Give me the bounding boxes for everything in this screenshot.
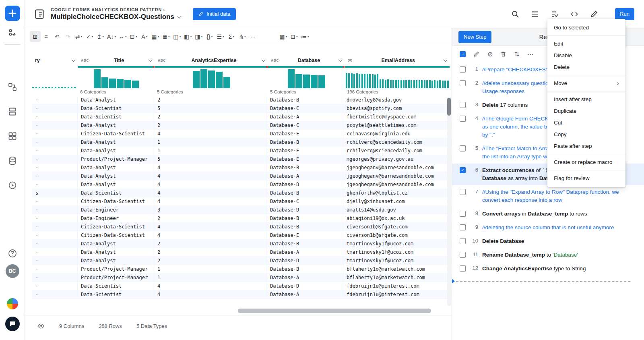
- column-histogram[interactable]: [268, 69, 345, 88]
- table-row[interactable]: ·Data·Analyst2Database·Dtmartinovsky1f@u…: [32, 257, 452, 265]
- cell-email[interactable]: civerson1b@sfgate.com: [343, 223, 448, 231]
- cell-expertise[interactable]: 2: [154, 240, 267, 248]
- cell-email[interactable]: rchilverq@sciencedaily.com: [343, 138, 448, 147]
- cell-email[interactable]: bflaherty1o@marketwatch.com: [343, 274, 448, 282]
- cell-expertise[interactable]: 4: [154, 223, 267, 231]
- edit-wand-icon[interactable]: [590, 10, 599, 19]
- export-column-icon[interactable]: ↥▾: [95, 31, 106, 42]
- horizontal-scrollbar-thumb[interactable]: [238, 309, 431, 313]
- quality-bar[interactable]: [155, 66, 268, 68]
- cell-expertise[interactable]: 4: [154, 164, 267, 172]
- cell-expertise[interactable]: 2: [154, 113, 267, 121]
- histogram-bar[interactable]: [419, 80, 420, 88]
- histogram-bar[interactable]: [439, 80, 441, 88]
- cell-database[interactable]: Database·C: [267, 197, 343, 206]
- histogram-bar[interactable]: [442, 81, 444, 88]
- connections-icon[interactable]: [7, 155, 18, 166]
- step-checkbox[interactable]: [460, 224, 466, 230]
- table-row[interactable]: sData·Scientist4Database·Bgkenforthw@top…: [32, 189, 452, 197]
- table-row[interactable]: ·Data·Analyst4Database·Djgeogheganv@barn…: [32, 180, 452, 189]
- histogram-bar[interactable]: [382, 79, 384, 88]
- select-all-checkbox[interactable]: −: [460, 51, 466, 57]
- recipe-step-8[interactable]: 8Convert arrays in Database_temp to rows: [452, 207, 644, 221]
- cell-title[interactable]: Data·Engineer: [78, 206, 154, 214]
- more-transforms-icon[interactable]: ⋯: [248, 31, 258, 42]
- histogram-bar[interactable]: [431, 81, 433, 88]
- cell-expertise[interactable]: 4: [154, 130, 267, 138]
- histogram-bar[interactable]: [411, 80, 412, 88]
- menu-item-paste-after-step[interactable]: Paste after step: [547, 140, 625, 152]
- histogram-bar[interactable]: [408, 80, 410, 88]
- initial-data-button[interactable]: Initial data: [193, 8, 236, 20]
- sort-column-icon[interactable]: A↕▾: [106, 31, 117, 42]
- column-histogram[interactable]: [345, 69, 450, 88]
- table-row[interactable]: ·Data·Analyst2Database·Btmartinovsky1f@u…: [32, 240, 452, 248]
- column-menu-icon[interactable]: [149, 58, 153, 62]
- histogram-bar[interactable]: [348, 73, 350, 88]
- histogram-bar[interactable]: [413, 80, 415, 88]
- cell-partial[interactable]: ·: [32, 214, 78, 223]
- pattern-braces-icon[interactable]: {}▾: [204, 31, 215, 42]
- table-row[interactable]: ·Data·Engineer2Database·Babiagioni19@ox.…: [32, 214, 452, 223]
- insertion-point-line[interactable]: [456, 281, 630, 282]
- table-row[interactable]: ·Data·Scientist2Database·Afbertwistlec@m…: [32, 113, 452, 121]
- table-row[interactable]: ·Data·Analyst2Database·Bdmoverley8@usda.…: [32, 96, 452, 104]
- histogram-bar[interactable]: [390, 80, 392, 88]
- cell-email[interactable]: jgeogheganv@barnesandnoble.com: [343, 172, 448, 180]
- histogram-bar[interactable]: [372, 74, 374, 88]
- redo-icon[interactable]: ↷: [62, 31, 73, 42]
- step-checkbox[interactable]: [460, 252, 466, 258]
- menu-item-copy[interactable]: Copy: [547, 129, 625, 140]
- cell-database[interactable]: Database·E: [267, 231, 343, 240]
- cell-email[interactable]: bflaherty1o@marketwatch.com: [343, 265, 448, 274]
- menu-item-disable[interactable]: Disable: [547, 50, 625, 61]
- google-cloud-logo-icon[interactable]: [7, 298, 18, 309]
- aggregate-icon[interactable]: Σ▾: [226, 31, 237, 42]
- column-menu-icon[interactable]: [444, 58, 448, 62]
- quality-bar[interactable]: [78, 66, 155, 68]
- code-view-icon[interactable]: [570, 10, 579, 19]
- cell-expertise[interactable]: 4: [154, 290, 267, 299]
- step-checkbox[interactable]: [460, 102, 466, 108]
- cell-database[interactable]: Database·B: [267, 240, 343, 248]
- cell-database[interactable]: Database·B: [267, 223, 343, 231]
- table-row[interactable]: ·Data·Analyst1Database·Brchilverq@scienc…: [32, 138, 452, 147]
- cell-partial[interactable]: ·: [32, 257, 78, 265]
- cell-title[interactable]: Data·Engineer: [78, 214, 154, 223]
- cell-expertise[interactable]: 1: [154, 274, 267, 282]
- cell-partial[interactable]: ·: [32, 96, 78, 104]
- cell-email[interactable]: djelly@xinhuanet.com: [343, 197, 448, 206]
- cell-expertise[interactable]: 3: [154, 206, 267, 214]
- cell-title[interactable]: Data·Analyst: [78, 248, 154, 257]
- histogram-bar[interactable]: [444, 81, 446, 88]
- move-step-icon[interactable]: ⇅: [514, 50, 519, 58]
- cell-expertise[interactable]: 1: [154, 265, 267, 274]
- histogram-bar[interactable]: [216, 72, 223, 88]
- vertical-scrollbar[interactable]: [447, 97, 451, 306]
- new-step-button[interactable]: New Step: [458, 31, 491, 43]
- help-icon[interactable]: [7, 248, 18, 259]
- step-checkbox[interactable]: [460, 211, 466, 217]
- cell-email[interactable]: tmartinovsky1f@ucoz.com: [343, 248, 448, 257]
- step-checkbox[interactable]: [460, 80, 466, 86]
- cell-database[interactable]: Database·A: [267, 248, 343, 257]
- cell-email[interactable]: amatts14@usda.gov: [343, 206, 448, 214]
- histogram-bar[interactable]: [429, 80, 431, 88]
- cell-title[interactable]: Data·Scientist: [78, 189, 154, 197]
- library-icon[interactable]: [7, 131, 18, 141]
- cell-database[interactable]: Database·B: [267, 189, 343, 197]
- histogram-bar[interactable]: [356, 73, 358, 88]
- table-row[interactable]: ·Product/Project·Manager5Database·Emgeor…: [32, 155, 452, 164]
- recipe-step-9[interactable]: 9//deleting the source column that is no…: [452, 221, 644, 234]
- histogram-bar[interactable]: [387, 79, 389, 88]
- table-row[interactable]: ·Product/Project·Manager1Database·Abflah…: [32, 274, 452, 282]
- cell-title[interactable]: Data·Analyst: [78, 164, 154, 172]
- cell-database[interactable]: Database·E: [267, 147, 343, 155]
- breadcrumb[interactable]: GOOGLE FORMS ANALYTICS DESIGN PATTERN ›: [51, 7, 181, 12]
- cell-partial[interactable]: ·: [32, 172, 78, 180]
- menu-item-duplicate[interactable]: Duplicate: [547, 105, 625, 117]
- cell-database[interactable]: Database·C: [267, 121, 343, 130]
- cell-partial[interactable]: ·: [32, 197, 78, 206]
- cell-expertise[interactable]: 5: [154, 155, 267, 164]
- cell-partial[interactable]: ·: [32, 113, 78, 121]
